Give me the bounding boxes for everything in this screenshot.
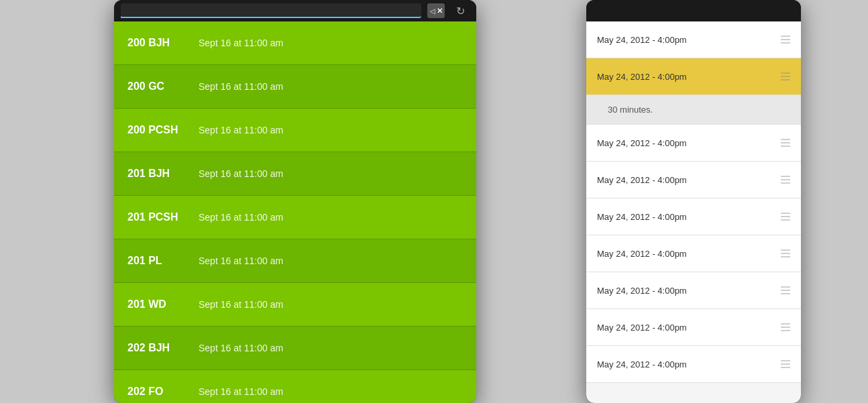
list-item[interactable]: 201 BJHSept 16 at 11:00 am [114, 152, 476, 196]
right-list-item[interactable]: May 24, 2012 - 4:00pm [586, 235, 801, 272]
left-list: 200 BJHSept 16 at 11:00 am200 GCSept 16 … [114, 21, 476, 403]
list-item[interactable]: 200 BJHSept 16 at 11:00 am [114, 21, 476, 65]
refresh-icon: ↻ [456, 5, 465, 17]
drag-handle-icon[interactable] [781, 36, 790, 44]
item-date: Sept 16 at 11:00 am [199, 299, 283, 310]
drag-handle-icon[interactable] [781, 249, 790, 257]
drag-handle-icon[interactable] [781, 323, 790, 331]
item-code: 200 GC [127, 80, 188, 93]
item-code: 201 BJH [127, 168, 188, 180]
search-bar[interactable] [121, 3, 421, 18]
item-code: 202 BJH [127, 342, 188, 354]
top-bar-right [586, 0, 801, 21]
drag-handle-icon[interactable] [781, 213, 790, 221]
item-code: 201 PCSH [127, 211, 188, 223]
left-phone: ✕ ↻ 200 BJHSept 16 at 11:00 am200 GCSept… [114, 0, 476, 403]
list-item[interactable]: 200 PCSHSept 16 at 11:00 am [114, 109, 476, 152]
right-list-item[interactable]: May 24, 2012 - 4:00pm [586, 309, 801, 346]
right-list-item[interactable]: May 24, 2012 - 4:00pm [586, 125, 801, 162]
item-code: 201 WD [127, 298, 188, 310]
gray-section-text: 30 minutes. [597, 105, 663, 115]
item-date: Sept 16 at 11:00 am [199, 343, 283, 353]
item-code: 200 BJH [127, 37, 188, 49]
item-code: 200 PCSH [127, 124, 188, 136]
item-code: 201 PL [127, 255, 188, 267]
item-date: Sept 16 at 11:00 am [199, 81, 283, 92]
right-list-item[interactable]: May 24, 2012 - 4:00pm [586, 198, 801, 235]
right-item-text: May 24, 2012 - 4:00pm [597, 249, 687, 259]
right-list: May 24, 2012 - 4:00pmMay 24, 2012 - 4:00… [586, 21, 801, 403]
list-item[interactable]: 202 FOSept 16 at 11:00 am [114, 370, 476, 403]
right-item-text: May 24, 2012 - 4:00pm [597, 35, 687, 45]
drag-handle-icon[interactable] [781, 286, 790, 294]
top-bar-left: ✕ ↻ [114, 0, 476, 21]
right-list-item[interactable]: May 24, 2012 - 4:00pm [586, 346, 801, 383]
item-date: Sept 16 at 11:00 am [199, 212, 283, 223]
right-item-text: May 24, 2012 - 4:00pm [597, 359, 687, 369]
list-item[interactable]: 202 BJHSept 16 at 11:00 am [114, 327, 476, 370]
clear-button[interactable]: ✕ [427, 1, 445, 20]
list-item[interactable]: 201 PLSept 16 at 11:00 am [114, 239, 476, 283]
right-list-item[interactable]: May 24, 2012 - 4:00pm [586, 162, 801, 198]
right-list-item[interactable]: May 24, 2012 - 4:00pm [586, 272, 801, 309]
right-item-text: May 24, 2012 - 4:00pm [597, 286, 687, 296]
item-date: Sept 16 at 11:00 am [199, 38, 283, 48]
right-item-text: May 24, 2012 - 4:00pm [597, 72, 687, 82]
right-list-item[interactable]: May 24, 2012 - 4:00pm [586, 21, 801, 58]
right-item-text: May 24, 2012 - 4:00pm [597, 323, 687, 333]
list-item[interactable]: 201 WDSept 16 at 11:00 am [114, 283, 476, 327]
right-phone: May 24, 2012 - 4:00pmMay 24, 2012 - 4:00… [586, 0, 801, 403]
item-date: Sept 16 at 11:00 am [199, 125, 283, 135]
drag-handle-icon[interactable] [781, 72, 790, 80]
drag-handle-icon[interactable] [781, 176, 790, 184]
item-date: Sept 16 at 11:00 am [199, 386, 283, 397]
list-item[interactable]: 200 GCSept 16 at 11:00 am [114, 65, 476, 109]
item-code: 202 FO [127, 386, 188, 398]
list-item[interactable]: 201 PCSHSept 16 at 11:00 am [114, 196, 476, 239]
item-date: Sept 16 at 11:00 am [199, 168, 283, 179]
back-icon: ✕ [437, 7, 443, 15]
item-date: Sept 16 at 11:00 am [199, 255, 283, 266]
right-item-text: May 24, 2012 - 4:00pm [597, 212, 687, 222]
refresh-button[interactable]: ↻ [451, 1, 470, 20]
drag-handle-icon[interactable] [781, 139, 790, 147]
right-list-item[interactable]: 30 minutes. [586, 95, 801, 125]
right-list-item[interactable]: May 24, 2012 - 4:00pm [586, 58, 801, 95]
right-item-text: May 24, 2012 - 4:00pm [597, 175, 687, 185]
drag-handle-icon[interactable] [781, 360, 790, 368]
right-item-text: May 24, 2012 - 4:00pm [597, 138, 687, 148]
